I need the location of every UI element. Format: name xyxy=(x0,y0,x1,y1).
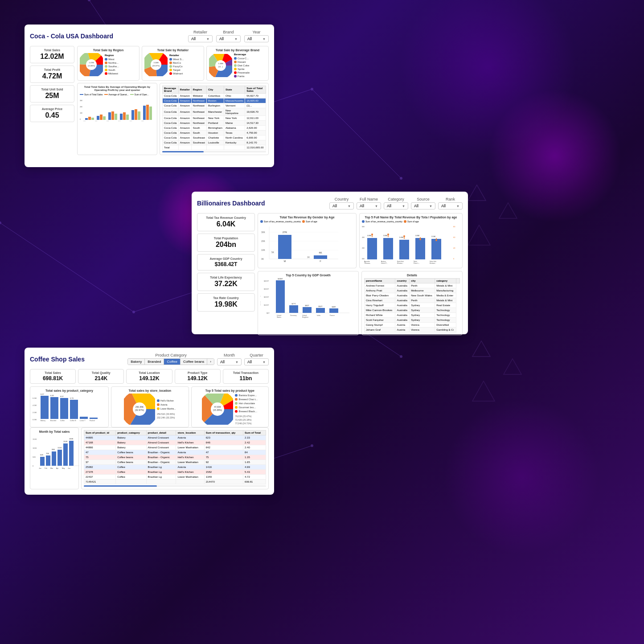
source-filter[interactable]: Source All ▼ xyxy=(411,197,435,209)
rank-filter[interactable]: Rank All ▼ xyxy=(438,197,463,209)
region-chart: Total Sale by Region 1.47M (13.86%) xyxy=(77,46,139,81)
table-row: Coca-ColaAmazonSouthHoustonTexas4,750.00 xyxy=(163,131,266,135)
gdp-card: Average GDP Country $368.42T xyxy=(197,254,255,271)
svg-rect-148 xyxy=(316,308,325,313)
svg-text:(13.86%): (13.86%) xyxy=(88,65,95,67)
svg-text:99K: 99K xyxy=(52,448,55,451)
fullname-select[interactable]: All ▼ xyxy=(357,202,381,209)
brand-filter[interactable]: Brand All ▼ xyxy=(216,30,241,42)
svg-text:4M: 4M xyxy=(362,236,365,238)
table-row: Blair Parry-OkedenAustraliaNew South Wal… xyxy=(365,293,460,298)
retailer-select[interactable]: All ▼ xyxy=(188,35,213,42)
svg-text:0.0M: 0.0M xyxy=(33,418,37,421)
year-select[interactable]: All ▼ xyxy=(244,35,269,42)
svg-text:Sum of gdp_country: Sum of gdp_country xyxy=(260,295,261,312)
category-arrow-icon: ▼ xyxy=(402,205,405,208)
table-row: Georg StumpfAustriaViennaDiversified xyxy=(365,323,460,328)
category-select[interactable]: All ▼ xyxy=(384,202,408,209)
col-store-location: store_location xyxy=(176,431,204,435)
svg-rect-57 xyxy=(97,116,99,120)
svg-rect-164 xyxy=(50,397,58,419)
svg-rect-146 xyxy=(303,307,312,313)
svg-text:5.79: 5.79 xyxy=(70,397,74,399)
coffee-scrollbar[interactable] xyxy=(84,485,266,487)
tab-coffee[interactable]: Coffee xyxy=(164,359,180,365)
svg-rect-150 xyxy=(329,308,338,313)
svg-text:$338T: $338T xyxy=(278,278,283,280)
rank-select[interactable]: All ▼ xyxy=(438,202,463,209)
bg-decoration-1 xyxy=(399,0,577,156)
svg-text:40: 40 xyxy=(453,247,455,249)
svg-point-12 xyxy=(0,222,1,224)
tax-revenue-card: Total Tax Revenue Country 6.04K xyxy=(197,213,255,231)
svg-text:2.0M: 2.0M xyxy=(33,411,37,414)
coca-scrollbar[interactable] xyxy=(162,151,266,152)
svg-text:$0T: $0T xyxy=(267,312,270,314)
month-select[interactable]: All ▼ xyxy=(217,358,242,365)
svg-text:Thingga...: Thingga... xyxy=(364,263,371,264)
svg-text:100K: 100K xyxy=(33,447,37,449)
svg-rect-105 xyxy=(367,238,377,259)
svg-rect-63 xyxy=(120,114,123,120)
source-select[interactable]: All ▼ xyxy=(411,202,435,209)
table-row: Coca-ColaAmazonNortheastManchesterNew Ha… xyxy=(163,108,266,116)
bg-decoration-4 xyxy=(443,399,599,555)
bill-title: Billionaires Dashboard xyxy=(197,200,265,207)
coffee-scroll-fill xyxy=(84,485,157,487)
svg-rect-203 xyxy=(69,441,74,466)
svg-text:30K: 30K xyxy=(261,231,266,234)
coca-metrics-col: Total Sales 12.02M Total Profit 4.72M To… xyxy=(30,46,74,155)
product-type-pie-chart: Top 5 Total sales by product type 47,834… xyxy=(191,386,269,427)
tab-branded[interactable]: Branded xyxy=(145,359,164,365)
tab-bakery[interactable]: Bakery xyxy=(128,359,145,365)
svg-text:62K: 62K xyxy=(40,454,43,456)
gender-chart-svg: 0K 10K 20K 30K 27K xyxy=(260,224,338,262)
svg-text:Loose T: Loose T xyxy=(80,420,86,422)
product-category-tabs[interactable]: Bakery Branded Coffee Coffee beans › xyxy=(127,358,214,365)
coca-charts-area: Total Sale by Region 1.47M (13.86%) xyxy=(77,46,269,155)
tab-more[interactable]: › xyxy=(207,359,214,365)
brand-select[interactable]: All ▼ xyxy=(216,35,241,42)
svg-text:Branded: Branded xyxy=(50,420,56,422)
svg-text:3.8M: 3.8M xyxy=(367,234,371,237)
month-filter[interactable]: Month All ▼ xyxy=(217,353,242,365)
col-country: country xyxy=(395,279,410,283)
svg-text:$200T: $200T xyxy=(264,296,269,298)
table-row: 47Coffee beansBrazilian - OrganicAstoria… xyxy=(84,450,266,455)
coffee-title: Coffee Shop Sales xyxy=(30,356,85,363)
svg-text:80: 80 xyxy=(453,226,455,228)
svg-rect-64 xyxy=(123,112,126,120)
country-filter[interactable]: Country All ▼ xyxy=(329,197,354,209)
svg-text:111K: 111K xyxy=(57,447,62,449)
fullname-filter[interactable]: Full Name All ▼ xyxy=(357,197,381,209)
svg-rect-60 xyxy=(108,112,111,120)
product-category-filter[interactable]: Product Category Bakery Branded Coffee C… xyxy=(127,353,214,365)
svg-rect-202 xyxy=(63,443,68,466)
svg-text:Kristian...: Kristian... xyxy=(430,263,436,264)
coca-pie-charts: Total Sale by Region 1.47M (13.86%) xyxy=(77,46,269,81)
svg-point-13 xyxy=(132,311,135,313)
country-arrow-icon: ▼ xyxy=(348,205,351,208)
product-type-pie-svg: 47,834 (15.38%) xyxy=(202,394,233,425)
svg-rect-68 xyxy=(138,111,140,120)
svg-text:47,834: 47,834 xyxy=(214,406,222,408)
coca-data-table: Beverage Brand Retailer Region City Stat… xyxy=(160,83,269,155)
tab-coffee-beans[interactable]: Coffee beans xyxy=(180,359,207,365)
svg-text:Q3: Q3 xyxy=(107,120,109,121)
svg-rect-71 xyxy=(149,107,152,120)
bill-header: Billionaires Dashboard Country All ▼ Ful… xyxy=(197,197,463,209)
quarter-select[interactable]: All ▼ xyxy=(244,358,269,365)
category-bar-svg: 0.0M 2.0M 4.0M 6.0M Bakery Branded Coffe… xyxy=(33,394,106,422)
retailer-filter[interactable]: Retailer All ▼ xyxy=(188,30,213,42)
col-total: Sum of Total xyxy=(243,431,266,435)
svg-text:Feb: Feb xyxy=(45,468,47,469)
category-filter[interactable]: Category All ▼ xyxy=(384,197,408,209)
coffee-panel: Coffee Shop Sales Product Category Baker… xyxy=(25,348,274,495)
quarter-filter[interactable]: Quarter All ▼ xyxy=(244,353,269,365)
year-filter[interactable]: Year All ▼ xyxy=(244,30,269,42)
svg-text:152K: 152K xyxy=(63,440,68,443)
country-select[interactable]: All ▼ xyxy=(329,202,354,209)
svg-rect-121 xyxy=(431,239,441,259)
col-category: category xyxy=(435,279,456,283)
svg-text:Q1: Q1 xyxy=(83,120,86,121)
